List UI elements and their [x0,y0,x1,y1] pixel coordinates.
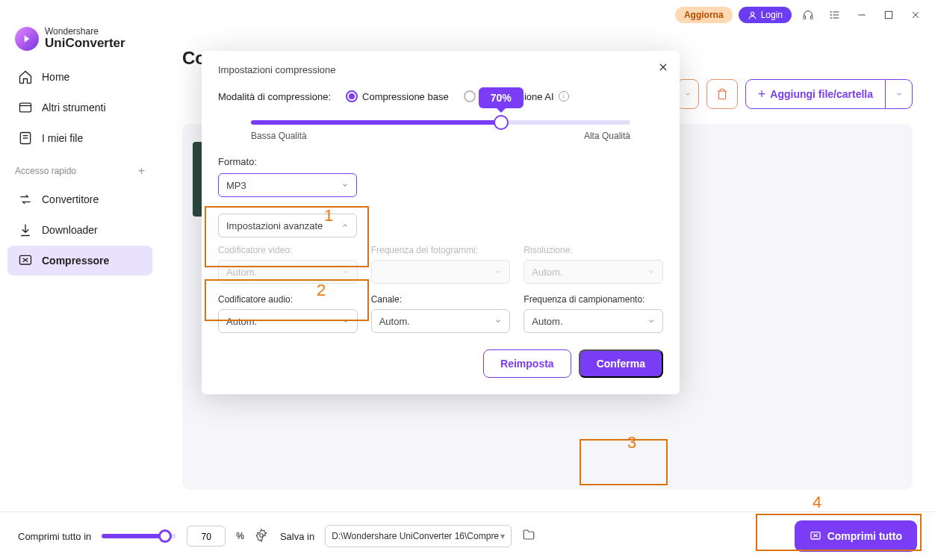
quick-access-label: Accesso rapido [15,166,76,176]
logo-text-bottom: UniConverter [45,37,125,51]
confirm-button[interactable]: Conferma [579,349,663,378]
mode-basic-label: Compressione base [362,91,449,102]
svg-rect-13 [20,103,31,112]
compression-settings-modal: Impostazioni compressione Modalità di co… [202,51,680,394]
format-label: Formato: [218,156,663,167]
bottom-percent-input[interactable]: 70 [187,526,226,547]
add-file-button[interactable]: + Aggiungi file/cartella [745,79,886,109]
sidebar-label-converter: Convertitore [42,193,99,205]
svg-point-8 [830,17,831,18]
format-select[interactable]: MP3 [218,173,357,197]
slider-value-badge: 70% [479,87,524,108]
minimize-icon[interactable] [851,4,872,25]
headphones-icon[interactable] [798,4,818,25]
sidebar-item-compressor[interactable]: Compressore [7,246,152,276]
framerate-label: Frequenza dei fotogrammi: [371,245,511,255]
bottom-quality-slider[interactable] [102,534,176,538]
sidebar-item-downloader[interactable]: Downloader [7,215,152,245]
svg-rect-2 [810,16,813,19]
login-button[interactable]: Login [739,7,792,23]
bottom-bar: Comprimi tutto in 70 % Salva in D:\Wonde… [0,511,935,560]
compression-mode-row: Modalità di compressione: Compressione b… [218,90,663,102]
slider-thumb[interactable] [494,115,509,130]
sidebar-item-home[interactable]: Home [7,62,152,92]
delete-button[interactable] [706,79,738,109]
compress-in-label: Comprimi tutto in [18,531,91,542]
logo-mark-icon [15,27,39,51]
video-encoder-select: Autom. [218,260,358,284]
compress-all-label: Comprimi tutto [827,530,902,542]
svg-rect-1 [804,16,806,19]
compress-all-button[interactable]: Comprimi tutto [795,520,917,552]
chevron-down-icon [341,180,349,191]
logo: Wondershare UniConverter [4,27,155,61]
high-quality-label: Alta Qualità [584,131,630,141]
info-icon[interactable]: i [559,91,569,102]
framerate-select [371,260,511,284]
quick-access-header: Accesso rapido + [4,154,155,184]
samplerate-label: Frequenza di campionamento: [524,294,663,305]
channel-select[interactable]: Autom. [371,309,511,333]
login-label: Login [761,10,783,20]
maximize-icon[interactable] [878,4,899,25]
upgrade-button[interactable]: Aggiorna [675,7,733,23]
sidebar-label-compressor: Compressore [42,255,109,267]
annotation-num-1: 1 [324,206,333,225]
modal-title: Impostazioni compressione [218,64,663,75]
save-in-label: Salva in [280,531,314,542]
close-icon[interactable] [657,61,669,76]
save-path-value: D:\Wondershare UniConverter 16\Compre [332,531,499,541]
video-encoder-label: Codificatore video: [218,245,358,255]
sidebar-label-myfiles: I miei file [42,132,83,144]
sidebar-label-tools: Altri strumenti [42,102,106,113]
mode-label: Modalità di compressione: [218,91,331,102]
titlebar: Aggiorna Login [0,0,935,30]
delete-dropdown[interactable] [677,79,699,109]
svg-point-7 [830,14,831,15]
add-file-dropdown[interactable] [886,79,913,109]
sidebar-item-myfiles[interactable]: I miei file [7,123,152,153]
samplerate-select[interactable]: Autom. [524,309,663,333]
save-path-select[interactable]: D:\Wondershare UniConverter 16\Compre ▾ [325,525,512,547]
channel-label: Canale: [371,294,511,305]
close-icon[interactable] [905,4,926,25]
sidebar-item-converter[interactable]: Convertitore [7,184,152,214]
audio-encoder-select[interactable]: Autom. [218,309,358,333]
annotation-num-4: 4 [813,493,821,512]
add-file-label: Aggiungi file/cartella [770,88,873,100]
radio-ai[interactable] [464,90,476,102]
gear-icon[interactable] [255,529,270,544]
advanced-label: Impostazioni avanzate [226,220,323,231]
annotation-num-3: 3 [627,433,636,452]
format-value: MP3 [226,180,246,191]
low-quality-label: Bassa Qualità [251,131,307,141]
sidebar-label-downloader: Downloader [42,224,98,236]
sidebar: Wondershare UniConverter Home Altri stru… [0,30,160,511]
percent-symbol: % [236,531,244,541]
chevron-up-icon [341,220,349,231]
sidebar-label-home: Home [42,71,69,83]
reset-button[interactable]: Reimposta [483,349,571,378]
advanced-settings-toggle[interactable]: Impostazioni avanzate [218,214,357,237]
list-icon[interactable] [824,4,845,25]
svg-point-0 [751,12,754,15]
svg-point-6 [830,11,831,12]
radio-basic[interactable] [346,90,358,102]
plus-icon[interactable]: + [138,164,145,178]
svg-rect-10 [885,11,892,18]
sidebar-item-tools[interactable]: Altri strumenti [7,93,152,122]
resolution-label: Risoluzione: [524,245,663,255]
quality-slider[interactable]: 70% [251,120,630,125]
resolution-select: Autom. [524,260,663,284]
folder-icon[interactable] [522,528,535,544]
audio-encoder-label: Codificatore audio: [218,294,358,305]
annotation-num-2: 2 [317,281,326,300]
